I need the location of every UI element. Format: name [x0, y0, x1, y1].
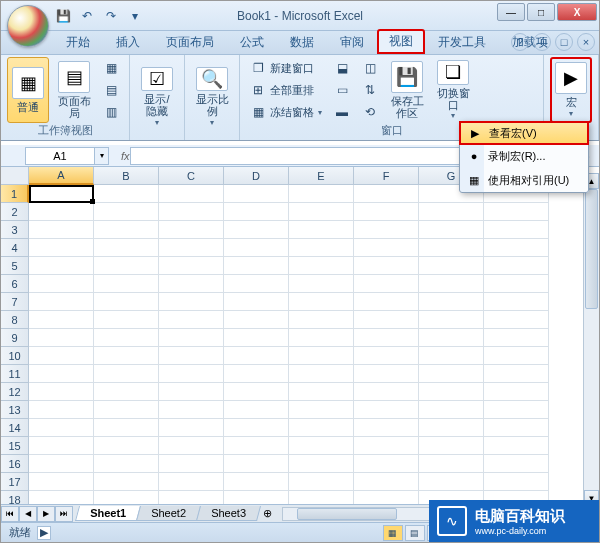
cell[interactable] — [484, 401, 549, 419]
cell[interactable] — [419, 419, 484, 437]
cell[interactable] — [94, 419, 159, 437]
row-header-17[interactable]: 17 — [1, 473, 29, 491]
cell[interactable] — [159, 221, 224, 239]
cell[interactable] — [354, 473, 419, 491]
cell[interactable] — [94, 185, 159, 203]
cell[interactable] — [94, 221, 159, 239]
cell[interactable] — [419, 221, 484, 239]
macro-record-indicator[interactable]: ▶ — [37, 526, 51, 540]
cell[interactable] — [419, 383, 484, 401]
cell[interactable] — [224, 257, 289, 275]
pagelayout-status-button[interactable]: ▤ — [405, 525, 425, 541]
reset-pos-button[interactable]: ⟲ — [358, 102, 382, 123]
cell[interactable] — [484, 347, 549, 365]
cell[interactable] — [29, 473, 94, 491]
cell[interactable] — [29, 383, 94, 401]
cell[interactable] — [354, 365, 419, 383]
cell[interactable] — [94, 437, 159, 455]
cell[interactable] — [419, 401, 484, 419]
close-button[interactable]: X — [557, 3, 597, 21]
cell[interactable] — [29, 437, 94, 455]
cell[interactable] — [354, 419, 419, 437]
tab-view[interactable]: 视图 — [377, 29, 425, 54]
cell[interactable] — [419, 347, 484, 365]
cell[interactable] — [289, 455, 354, 473]
col-header-D[interactable]: D — [224, 167, 289, 185]
col-header-C[interactable]: C — [159, 167, 224, 185]
cell[interactable] — [224, 293, 289, 311]
fx-icon[interactable]: fx — [121, 150, 130, 162]
row-header-4[interactable]: 4 — [1, 239, 29, 257]
office-button[interactable] — [7, 5, 49, 47]
cell[interactable] — [484, 329, 549, 347]
redo-icon[interactable]: ↷ — [101, 6, 121, 26]
cell[interactable] — [159, 185, 224, 203]
cell[interactable] — [29, 203, 94, 221]
cell[interactable] — [289, 221, 354, 239]
macros-button[interactable]: ▶ 宏 ▾ — [550, 57, 592, 123]
row-header-14[interactable]: 14 — [1, 419, 29, 437]
cell[interactable] — [484, 275, 549, 293]
pagebreak-preview-button[interactable]: ▦ — [99, 58, 123, 79]
cell[interactable] — [289, 383, 354, 401]
freeze-panes-button[interactable]: ▦冻结窗格▾ — [246, 102, 326, 123]
cell[interactable] — [94, 455, 159, 473]
cell[interactable] — [419, 365, 484, 383]
record-macro-item[interactable]: ● 录制宏(R)... — [460, 144, 588, 168]
cell[interactable] — [484, 311, 549, 329]
namebox-dropdown[interactable]: ▾ — [95, 147, 109, 165]
cell[interactable] — [484, 293, 549, 311]
cell[interactable] — [224, 221, 289, 239]
cell[interactable] — [224, 365, 289, 383]
cell[interactable] — [484, 455, 549, 473]
cell[interactable] — [29, 293, 94, 311]
cell[interactable] — [289, 401, 354, 419]
cell[interactable] — [224, 311, 289, 329]
tab-pagelayout[interactable]: 页面布局 — [153, 30, 227, 54]
cell[interactable] — [94, 329, 159, 347]
cell[interactable] — [289, 347, 354, 365]
row-header-16[interactable]: 16 — [1, 455, 29, 473]
cell[interactable] — [159, 455, 224, 473]
cell[interactable] — [289, 257, 354, 275]
cell[interactable] — [29, 419, 94, 437]
cell[interactable] — [94, 311, 159, 329]
cell[interactable] — [224, 383, 289, 401]
cell[interactable] — [29, 239, 94, 257]
cell[interactable] — [289, 311, 354, 329]
hide-button[interactable]: ▭ — [330, 80, 354, 101]
cell[interactable] — [159, 347, 224, 365]
cell[interactable] — [419, 293, 484, 311]
cell[interactable] — [484, 239, 549, 257]
row-header-8[interactable]: 8 — [1, 311, 29, 329]
name-box[interactable]: A1 — [25, 147, 95, 165]
cell[interactable] — [354, 455, 419, 473]
sync-scroll-button[interactable]: ⇅ — [358, 80, 382, 101]
cell[interactable] — [354, 239, 419, 257]
tab-formulas[interactable]: 公式 — [227, 30, 277, 54]
col-header-B[interactable]: B — [94, 167, 159, 185]
cell[interactable] — [289, 275, 354, 293]
row-header-11[interactable]: 11 — [1, 365, 29, 383]
cell[interactable] — [289, 419, 354, 437]
side-by-side-button[interactable]: ◫ — [358, 58, 382, 79]
cell[interactable] — [484, 365, 549, 383]
cell[interactable] — [354, 275, 419, 293]
cell[interactable] — [354, 293, 419, 311]
cell[interactable] — [419, 437, 484, 455]
showhide-button[interactable]: ☑ 显示/隐藏 ▾ — [136, 64, 178, 130]
cell[interactable] — [159, 203, 224, 221]
cell[interactable] — [94, 239, 159, 257]
cell[interactable] — [159, 311, 224, 329]
cell[interactable] — [94, 275, 159, 293]
cell[interactable] — [289, 203, 354, 221]
tab-developer[interactable]: 开发工具 — [425, 30, 499, 54]
cell[interactable] — [289, 329, 354, 347]
cell[interactable] — [29, 275, 94, 293]
cell[interactable] — [289, 293, 354, 311]
cell[interactable] — [29, 455, 94, 473]
cell[interactable] — [159, 365, 224, 383]
cell[interactable] — [159, 257, 224, 275]
cell[interactable] — [419, 473, 484, 491]
split-button[interactable]: ⬓ — [330, 58, 354, 79]
